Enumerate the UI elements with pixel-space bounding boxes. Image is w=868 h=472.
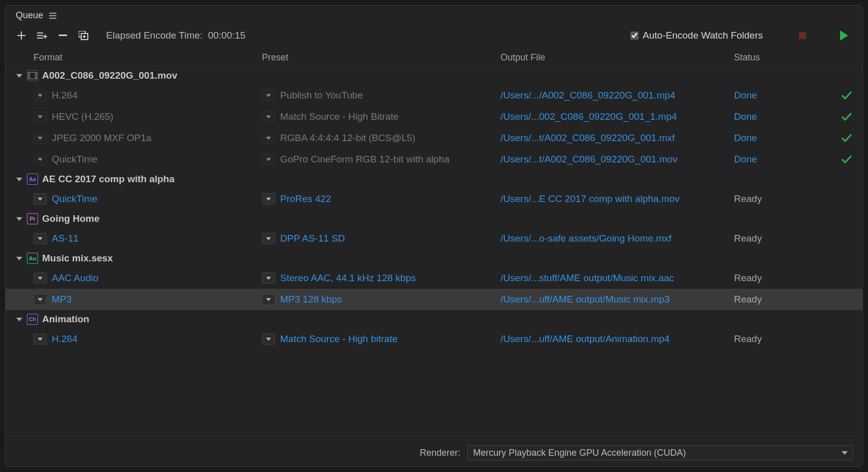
format-dropdown[interactable]	[34, 273, 47, 284]
queue-panel: Queue Elapsed Encode Time: 00:00:15 Auto…	[5, 5, 863, 467]
done-check-icon	[779, 91, 862, 100]
svg-rect-8	[35, 75, 36, 76]
stop-button[interactable]	[799, 32, 806, 39]
output-path[interactable]: /Users/...uff/AME output/Music mix.mp3	[500, 294, 734, 305]
format-value[interactable]: AS-11	[52, 233, 79, 244]
format-value[interactable]: JPEG 2000 MXF OP1a	[52, 132, 151, 144]
done-check-icon	[779, 155, 862, 164]
col-output[interactable]: Output File	[500, 52, 734, 63]
preset-value[interactable]: Publish to YouTube	[280, 90, 363, 101]
preset-dropdown[interactable]	[262, 333, 275, 345]
preset-dropdown[interactable]	[262, 132, 275, 144]
format-value[interactable]: H.264	[52, 90, 78, 101]
renderer-label: Renderer:	[420, 448, 460, 458]
duplicate-button[interactable]	[78, 30, 89, 41]
footer: Renderer: Mercury Playback Engine GPU Ac…	[6, 440, 862, 466]
output-row[interactable]: MP3MP3 128 kbps/Users/...uff/AME output/…	[6, 289, 862, 310]
output-path[interactable]: /Users/...stuff/AME output/Music mix.aac	[500, 273, 734, 284]
format-dropdown[interactable]	[34, 294, 47, 305]
preset-dropdown[interactable]	[262, 193, 275, 205]
col-preset[interactable]: Preset	[262, 52, 500, 63]
output-row[interactable]: AAC AudioStereo AAC, 44.1 kHz 128 kbps/U…	[6, 267, 862, 289]
preset-value[interactable]: ProRes 422	[280, 193, 331, 205]
format-value[interactable]: MP3	[52, 294, 72, 305]
column-headers: Format Preset Output File Status	[6, 49, 862, 66]
renderer-select[interactable]: Mercury Playback Engine GPU Acceleration…	[468, 445, 853, 460]
status-value: Done	[734, 90, 779, 101]
output-path[interactable]: /Users/...o-safe assets/Going Home.mxf	[500, 233, 734, 244]
format-dropdown[interactable]	[34, 233, 47, 244]
output-path[interactable]: /Users/.../A002_C086_09220G_001.mp4	[500, 90, 734, 101]
col-status[interactable]: Status	[734, 52, 862, 63]
format-dropdown[interactable]	[34, 90, 47, 101]
output-row[interactable]: H.264Match Source - High bitrate/Users/.…	[6, 328, 862, 350]
auto-encode-toggle[interactable]: Auto-Encode Watch Folders	[630, 30, 763, 41]
format-dropdown[interactable]	[34, 333, 47, 345]
output-row[interactable]: H.264Publish to YouTube/Users/.../A002_C…	[6, 85, 862, 106]
renderer-value: Mercury Playback Engine GPU Acceleration…	[473, 448, 686, 458]
preset-dropdown[interactable]	[262, 111, 275, 122]
preset-value[interactable]: RGBA 4:4:4:4 12-bit (BCS@L5)	[280, 132, 415, 144]
output-row[interactable]: AS-11DPP AS-11 SD/Users/...o-safe assets…	[6, 228, 862, 249]
disclosure-chevron-icon[interactable]	[16, 215, 23, 222]
status-value: Ready	[734, 193, 779, 205]
output-path[interactable]: /Users/...002_C086_09220G_001_1.mp4	[500, 111, 734, 122]
disclosure-chevron-icon[interactable]	[16, 316, 23, 323]
format-dropdown[interactable]	[34, 154, 47, 165]
done-check-icon	[779, 133, 862, 143]
format-dropdown[interactable]	[34, 193, 47, 205]
output-path[interactable]: /Users/...t/A002_C086_09220G_001.mxf	[500, 132, 734, 144]
preset-value[interactable]: Match Source - High Bitrate	[280, 111, 398, 122]
output-path[interactable]: /Users/...t/A002_C086_09220G_001.mov	[500, 154, 734, 165]
disclosure-chevron-icon[interactable]	[16, 72, 23, 79]
auto-encode-checkbox[interactable]	[630, 31, 639, 40]
preset-dropdown[interactable]	[262, 294, 275, 305]
format-value[interactable]: HEVC (H.265)	[52, 111, 113, 122]
source-title: A002_C086_09220G_001.mov	[42, 70, 177, 81]
output-path[interactable]: /Users/...uff/AME output/Animation.mp4	[500, 333, 734, 345]
output-row[interactable]: QuickTimeProRes 422/Users/...E CC 2017 c…	[6, 188, 862, 210]
done-check-icon	[779, 112, 862, 121]
status-value: Done	[734, 111, 779, 122]
status-value: Ready	[734, 294, 779, 305]
preset-value[interactable]: MP3 128 kbps	[280, 294, 342, 305]
preset-dropdown[interactable]	[262, 154, 275, 165]
source-group[interactable]: AeAE CC 2017 comp with alpha	[6, 170, 862, 188]
preset-dropdown[interactable]	[262, 273, 275, 284]
disclosure-chevron-icon[interactable]	[16, 176, 23, 183]
add-source-button[interactable]	[16, 30, 27, 41]
svg-rect-9	[35, 77, 36, 78]
panel-menu-icon[interactable]	[49, 13, 56, 19]
col-format[interactable]: Format	[34, 52, 262, 63]
preset-value[interactable]: Stereo AAC, 44.1 kHz 128 kbps	[280, 273, 416, 284]
preset-dropdown[interactable]	[262, 233, 275, 244]
source-group[interactable]: PrGoing Home	[6, 210, 862, 228]
format-dropdown[interactable]	[34, 111, 47, 122]
preset-value[interactable]: Match Source - High bitrate	[280, 333, 397, 345]
remove-button[interactable]	[57, 30, 69, 41]
format-dropdown[interactable]	[34, 132, 47, 144]
format-value[interactable]: QuickTime	[52, 193, 97, 205]
status-value: Ready	[734, 333, 779, 345]
source-group[interactable]: AuMusic mix.sesx	[6, 249, 862, 267]
disclosure-chevron-icon[interactable]	[16, 255, 23, 262]
preset-value[interactable]: GoPro CineForm RGB 12-bit with alpha	[280, 154, 450, 165]
source-title: AE CC 2017 comp with alpha	[42, 174, 175, 185]
start-queue-button[interactable]	[840, 30, 848, 41]
preset-value[interactable]: DPP AS-11 SD	[280, 233, 345, 244]
project-ch-icon: Ch	[27, 314, 38, 325]
output-path[interactable]: /Users/...E CC 2017 comp with alpha.mov	[500, 193, 734, 205]
preset-dropdown[interactable]	[262, 90, 275, 101]
output-row[interactable]: HEVC (H.265)Match Source - High Bitrate/…	[6, 106, 862, 127]
source-group[interactable]: A002_C086_09220G_001.mov	[6, 66, 862, 85]
svg-rect-7	[35, 73, 36, 74]
format-value[interactable]: AAC Audio	[52, 273, 98, 284]
source-group[interactable]: ChAnimation	[6, 310, 862, 328]
elapsed-label: Elapsed Encode Time: 00:00:15	[106, 30, 246, 41]
add-output-button[interactable]	[37, 30, 48, 41]
output-row[interactable]: JPEG 2000 MXF OP1aRGBA 4:4:4:4 12-bit (B…	[6, 127, 862, 149]
output-row[interactable]: QuickTimeGoPro CineForm RGB 12-bit with …	[6, 149, 862, 170]
format-value[interactable]: H.264	[52, 333, 78, 345]
format-value[interactable]: QuickTime	[52, 154, 97, 165]
status-value: Ready	[734, 233, 779, 244]
